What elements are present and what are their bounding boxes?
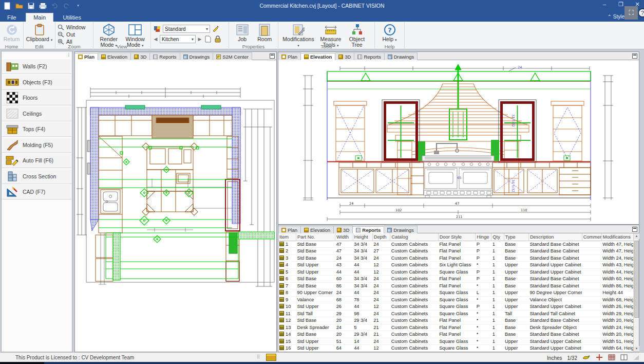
edit-render-icon[interactable] [212, 25, 220, 33]
table-row[interactable]: 12Std Base2029 3/421Custom CabinetsFlat … [278, 317, 634, 324]
object-tree-icon [345, 23, 369, 37]
cell-type: Upper [504, 289, 528, 297]
column-header-modifications[interactable]: Modifications [601, 233, 633, 241]
cell-height: 44 [353, 262, 372, 269]
table-row[interactable]: 1Std Base4734 3/424Custom CabinetsFlat P… [278, 241, 634, 248]
prev-view-arrow[interactable]: ◀ [153, 37, 158, 42]
cell-width: 43 [335, 262, 353, 269]
parts-table[interactable]: ItemPart No.WidthHeightDepthCatalogDoor … [278, 233, 634, 352]
sidebar-item-cross-section[interactable]: Cross Section [2, 169, 71, 184]
tab-s2m-center[interactable]: S2M Center [213, 52, 252, 61]
new-view-icon[interactable] [204, 35, 212, 43]
column-header-item[interactable]: Item [278, 233, 296, 241]
status-grip-icon[interactable]: ⣿ [257, 354, 260, 359]
cell-depth: 24 [372, 289, 390, 297]
tab-3d[interactable]: 3D [335, 52, 354, 61]
table-row[interactable]: 3Std Base2434 3/424Custom CabinetsFlat P… [278, 254, 634, 262]
column-header-part-no[interactable]: Part No. [296, 233, 335, 241]
table-row[interactable]: 4Std Upper434412Custom CabinetsSix Light… [278, 262, 634, 269]
job-button[interactable]: Job [231, 23, 254, 42]
cell-part-no: Std Upper [296, 303, 335, 311]
next-view-arrow[interactable]: ▶ [197, 37, 202, 42]
cell-description: Standard Base Cabinet [528, 248, 582, 255]
room-select[interactable]: Kitchen▾ [160, 35, 196, 43]
table-row[interactable]: 7Std Base8634 3/424Custom CabinetsFlat P… [278, 282, 634, 289]
table-row[interactable]: 2Std Base4734 3/427Custom CabinetsFlat P… [278, 248, 634, 255]
cell-type: Base [504, 276, 528, 283]
clipboard-button[interactable]: Clipboard ▾ [26, 23, 53, 43]
grid-icon[interactable] [608, 354, 615, 361]
layout-panels-icon[interactable] [620, 354, 628, 361]
cabinet-icon [279, 318, 284, 322]
scroll-down-icon[interactable]: ▼ [634, 346, 639, 352]
column-header-width[interactable]: Width [335, 233, 353, 241]
plan-maximize-button[interactable] [270, 53, 275, 59]
table-row[interactable]: 6Std Base6034 3/424Custom CabinetsFlat P… [278, 276, 634, 283]
lock-icon[interactable] [214, 35, 222, 43]
sidebar-item-floors[interactable]: Floors [2, 90, 71, 105]
table-row[interactable]: 11Std Tall299824Custom CabinetsSquare Gl… [278, 310, 634, 317]
crosshair-icon[interactable] [596, 354, 603, 362]
sidebar-item-cad-f7[interactable]: CAD (F7) [2, 184, 71, 199]
tab-elevation[interactable]: Elevation [98, 52, 131, 61]
room-button[interactable]: Room [254, 23, 276, 42]
table-row[interactable]: 10Std Upper264412Custom CabinetsSquare G… [278, 303, 634, 311]
tab-drawings[interactable]: Drawings [385, 52, 418, 61]
tab-3d[interactable]: 3D [131, 52, 150, 61]
table-row[interactable]: 15Std Upper511424Custom CabinetsSquare G… [278, 338, 634, 345]
column-header-door-style[interactable]: Door Style [438, 233, 476, 241]
render-style-select[interactable]: Standard▾ [163, 25, 210, 33]
pan-tool-icon[interactable] [582, 354, 591, 361]
ribbon-tab-main[interactable]: Main [26, 13, 53, 22]
sidebar-item-ceilings[interactable]: Ceilings [2, 106, 71, 121]
tab-elevation[interactable]: Elevation [301, 226, 334, 234]
table-row[interactable]: 14Std Base2029 3/421Custom CabinetsFlat … [278, 331, 634, 338]
resize-grip-icon[interactable] [633, 354, 640, 361]
elevation-drawing[interactable]: 65 32 7/32 34 5/32 24 24 47 102 110 211 [278, 60, 639, 224]
column-header-depth[interactable]: Depth [372, 233, 390, 241]
plan-drawing[interactable] [75, 60, 276, 352]
table-row[interactable]: 5Std Upper444412Custom CabinetsSquare Gl… [278, 268, 634, 276]
column-header-qty[interactable]: Qty [491, 233, 504, 241]
table-row[interactable]: 16Std Upper644412Custom CabinetsSquare G… [278, 345, 634, 352]
tab-plan[interactable]: Plan [278, 52, 301, 61]
column-header-comment[interactable]: Comment [582, 233, 601, 241]
scroll-up-icon[interactable]: ▲ [634, 233, 639, 239]
tab-plan[interactable]: Plan [278, 226, 301, 234]
sidebar-item-auto-fill-f6[interactable]: Auto Fill (F6) [2, 153, 71, 168]
table-scrollbar[interactable]: ▲ ▼ [633, 233, 639, 352]
zoom-window-button[interactable]: Window [58, 24, 85, 30]
column-header-height[interactable]: Height [353, 233, 372, 241]
sidebar-grip[interactable]: ⁞ [68, 52, 70, 58]
minimize-button[interactable]: – [600, 1, 609, 8]
tab-reports[interactable]: Reports [150, 52, 180, 61]
column-header-description[interactable]: Description [528, 233, 582, 241]
table-row[interactable]: 890 Upper Corner244424Custom CabinetsSqu… [278, 289, 634, 297]
ceilings-icon [2, 108, 23, 119]
scroll-thumb[interactable] [634, 241, 639, 318]
table-row[interactable]: 13Desk Spreader24521Custom CabinetsFlat … [278, 324, 634, 331]
sidebar-item-objects-f3[interactable]: Objects (F3) [2, 75, 71, 90]
ribbon-collapse[interactable]: ⌃ Style [608, 14, 624, 20]
tab-drawings[interactable]: Drawings [180, 52, 214, 61]
modifications-icon [280, 23, 316, 37]
sidebar-item-molding-f5[interactable]: Molding (F5) [2, 137, 71, 153]
column-header-catalog[interactable]: Catalog [390, 233, 438, 241]
table-row[interactable]: 9Valance687824Custom CabinetsSquare Glas… [278, 296, 634, 303]
tab-reports[interactable]: Reports [354, 52, 384, 61]
cell-hinge: P [476, 254, 491, 262]
reports-maximize-button[interactable] [632, 227, 637, 232]
return-button[interactable]: Return [2, 23, 21, 42]
cell-type: Base [504, 254, 528, 262]
column-header-type[interactable]: Type [504, 233, 528, 241]
sidebar-item-tops-f4[interactable]: Tops (F4) [2, 121, 71, 137]
column-header-hinge[interactable]: Hinge [476, 233, 491, 241]
tab-drawings[interactable]: Drawings [384, 226, 418, 234]
zoom-out-button[interactable]: Out [58, 31, 85, 38]
tab-3d[interactable]: 3D [334, 226, 353, 234]
help-button[interactable]: ? Help ▾ [380, 23, 400, 43]
sidebar-item-walls-f2[interactable]: Walls (F2) [2, 59, 71, 74]
cell-modifications: Width 20, Height [601, 317, 633, 324]
elevation-maximize-button[interactable] [632, 53, 637, 59]
svg-text:?: ? [388, 26, 392, 34]
